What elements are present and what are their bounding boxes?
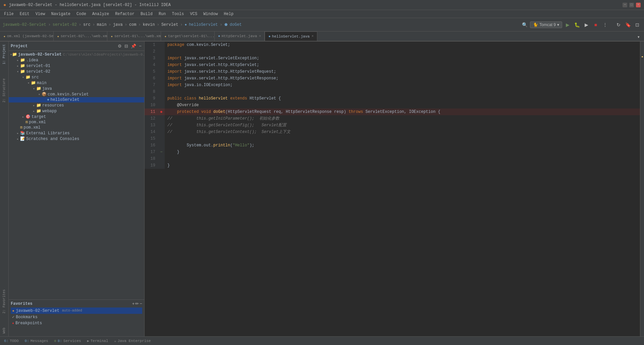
edit-favorite-button[interactable]: ✏ [135, 301, 139, 306]
menu-window[interactable]: Window [201, 11, 220, 17]
code-text[interactable]: protected void doGet(HttpServletRequest … [165, 109, 640, 115]
menu-tools[interactable]: Tools [169, 11, 187, 17]
stop-button[interactable]: ■ [592, 21, 600, 29]
fold-icon[interactable]: − [160, 150, 162, 154]
favorites-item-project[interactable]: ★ javaweb-02-Servlet auto-added [11, 307, 142, 314]
editor-scroll[interactable]: 1 package com.kevin.Servlet; 2 3 [145, 42, 640, 336]
breadcrumb-kevin[interactable]: kevin [143, 22, 155, 27]
tab-helloservlet[interactable]: ● helloServlet.java × [265, 31, 317, 41]
pin-button[interactable]: 📌 [130, 43, 137, 49]
btab-terminal[interactable]: ▶ Terminal [85, 337, 111, 345]
close-button[interactable]: × [636, 3, 641, 7]
close-tab-button[interactable]: × [259, 34, 261, 38]
gear-icon[interactable]: ⚙ [117, 43, 122, 49]
btab-services[interactable]: ⚙ 8: Services [52, 337, 84, 345]
code-text[interactable]: @Override [165, 102, 640, 109]
menu-view[interactable]: View [33, 11, 48, 17]
update-project-button[interactable]: ↻ [614, 21, 623, 29]
menu-refactor[interactable]: Refactor [112, 11, 137, 17]
tree-item-helloservlet[interactable]: ● helloServlet [9, 97, 144, 102]
code-text[interactable] [165, 88, 640, 95]
breadcrumb-com[interactable]: com [129, 22, 137, 27]
breadcrumb-main[interactable]: main [97, 22, 107, 27]
tab-servlet02-web-xml[interactable]: ✦ servlet-02\...\web.xml × [54, 31, 107, 41]
favorites-item-breakpoints[interactable]: ● Breakpoints [11, 320, 142, 326]
add-favorite-button[interactable]: + [132, 301, 135, 306]
sidebar-item-structure[interactable]: 2: Structure [2, 77, 7, 104]
code-text[interactable]: import javax.servlet.http.HttpServlet; [165, 62, 640, 68]
code-text[interactable]: import javax.servlet.http.HttpServletRes… [165, 75, 640, 82]
tree-item-webapp[interactable]: ▸ 📁 webapp [9, 108, 144, 114]
menu-run[interactable]: Run [156, 11, 169, 17]
code-text[interactable] [165, 135, 640, 142]
search-everywhere-button[interactable]: 🔍 [521, 21, 529, 29]
favorites-item-bookmarks[interactable]: ✓ Bookmarks [11, 314, 142, 320]
layout-button[interactable]: ⊟ [124, 43, 129, 49]
editor-empty-space[interactable] [145, 169, 640, 336]
code-text[interactable]: } [165, 162, 640, 169]
tree-item-resources[interactable]: ▸ 📁 resources [9, 102, 144, 108]
breadcrumb-java[interactable]: java [113, 22, 123, 27]
menu-navigate[interactable]: Navigate [48, 11, 73, 17]
breadcrumb-class[interactable]: helloServlet [189, 22, 218, 27]
menu-code[interactable]: Code [74, 11, 89, 17]
tab-target-web-xml[interactable]: ✦ target\servlet-01\...\web.xml × [161, 31, 215, 41]
code-text[interactable]: // this.getInitParameter(); 初始化参数 [165, 115, 640, 122]
tree-root[interactable]: ▾ 📁 javaweb-02-Servlet C:\Users\Alex\Ide… [9, 52, 144, 57]
tree-item-java[interactable]: ▾ 📁 java [9, 86, 144, 91]
sidebar-item-project[interactable]: 1: Project [2, 43, 7, 66]
run-config-selector[interactable]: 🐈 Tomcat 9 ▾ [530, 21, 562, 28]
menu-edit[interactable]: Edit [17, 11, 32, 17]
breadcrumb-project[interactable]: javaweb-02-Servlet [3, 22, 46, 27]
breakpoint-marker[interactable]: ● [160, 109, 163, 115]
code-text[interactable]: // this.getServletContext(); Servlet上下文 [165, 129, 640, 135]
bookmark-button[interactable]: 🔖 [624, 21, 632, 29]
code-text[interactable]: public class helloServlet extends HttpSe… [165, 95, 640, 102]
code-text[interactable]: // this.getServletConfig(); Servlet配置 [165, 122, 640, 129]
menu-help[interactable]: Help [221, 11, 236, 17]
sidebar-item-favorites[interactable]: 2: Favorites [2, 288, 7, 315]
tree-item-ext-libs[interactable]: ▸ 📚 External Libraries [9, 130, 144, 136]
sidebar-item-web[interactable]: Web [2, 326, 7, 335]
find-button[interactable]: ⊡ [633, 21, 641, 29]
more-actions-button[interactable]: ⋮ [601, 21, 609, 29]
btab-todo[interactable]: 6: TODO [1, 337, 21, 345]
tab-httpservlet[interactable]: ● HttpServlet.java × [215, 31, 265, 41]
menu-file[interactable]: File [1, 11, 16, 17]
tree-item-pom-root[interactable]: m pom.xml [9, 125, 144, 130]
code-text[interactable]: System.out.println("Hello"); [165, 142, 640, 149]
tab-servlet01-web-xml[interactable]: ✦ servlet-01\...\web.xml × [107, 31, 161, 41]
menu-build[interactable]: Build [138, 11, 155, 17]
tree-item-servlet02[interactable]: ▾ 📁 servlet-02 [9, 69, 144, 74]
close-tab-button[interactable]: × [312, 34, 314, 38]
tab-om-xml[interactable]: ✦ om.xml (javaweb-02-Servlet) × [0, 31, 54, 41]
code-text[interactable]: package com.kevin.Servlet; [165, 42, 640, 48]
breadcrumb-servlet[interactable]: Servlet [161, 22, 178, 27]
tree-item-src[interactable]: ▾ 📁 src [9, 74, 144, 80]
code-text[interactable]: import java.io.IOException; [165, 82, 640, 88]
btab-messages[interactable]: 0: Messages [22, 337, 51, 345]
maximize-button[interactable]: □ [629, 3, 634, 7]
breadcrumb-module[interactable]: servlet-02 [53, 22, 77, 27]
recent-files-button[interactable]: ▾ [635, 33, 643, 41]
debug-button[interactable]: 🐛 [573, 21, 581, 29]
btab-java-enterprise[interactable]: ☕ Java Enterprise [112, 337, 154, 345]
code-text[interactable]: import javax.servlet.http.HttpServletReq… [165, 68, 640, 75]
tree-item-servlet01[interactable]: ▸ 📁 servlet-01 [9, 63, 144, 69]
tree-item-package[interactable]: ▾ 📦 com.kevin.Servlet [9, 91, 144, 97]
tree-item-pom-servlet02[interactable]: m pom.xml [9, 120, 144, 125]
remove-favorite-button[interactable]: − [140, 301, 142, 306]
tree-item-target[interactable]: ▸ 🎯 target [9, 114, 144, 120]
minimize-button[interactable]: − [623, 3, 627, 7]
run-with-coverage-button[interactable]: ▶ [582, 21, 590, 29]
code-text[interactable] [165, 48, 640, 55]
tree-item-scratches[interactable]: ▸ 📝 Scratches and Consoles [9, 136, 144, 142]
hide-button[interactable]: − [138, 43, 142, 49]
code-text[interactable]: import javax.servlet.ServletException; [165, 55, 640, 62]
run-button[interactable]: ▶ [564, 21, 572, 29]
tree-item-idea[interactable]: ▸ 📁 .idea [9, 57, 144, 63]
code-text[interactable] [165, 155, 640, 162]
menu-vcs[interactable]: VCS [187, 11, 200, 17]
code-text[interactable]: } [165, 149, 640, 155]
breadcrumb-src[interactable]: src [83, 22, 91, 27]
